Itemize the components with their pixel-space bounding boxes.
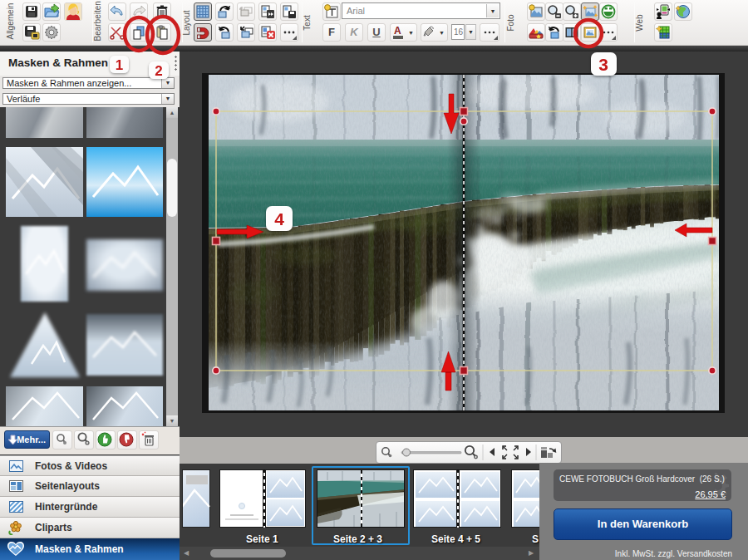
svg-text:3: 3 (598, 55, 608, 74)
svg-text:4: 4 (274, 209, 284, 228)
